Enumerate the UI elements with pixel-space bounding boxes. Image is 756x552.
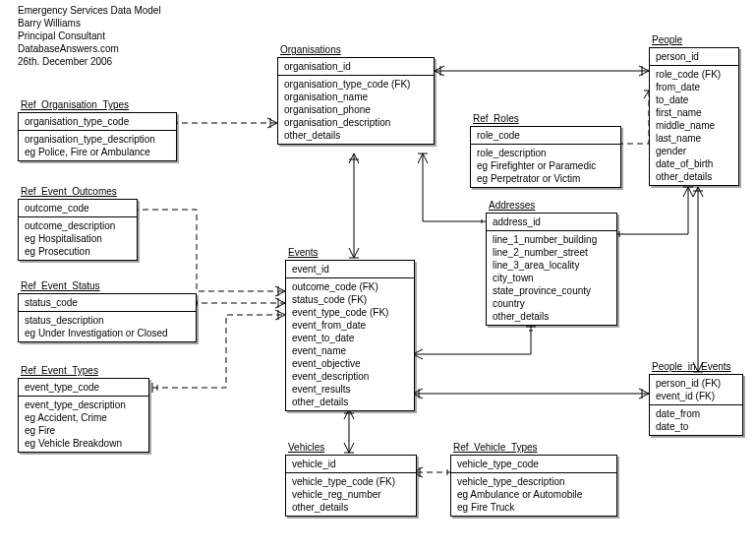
entity-events: Events event_id outcome_code (FK) status…: [285, 260, 415, 411]
diagram-title: Emergency Services Data Model: [18, 4, 161, 17]
diagram-header: Emergency Services Data Model Barry Will…: [18, 4, 161, 68]
diagram-role: Principal Consultant: [18, 30, 161, 42]
entity-title: Organisations: [280, 44, 341, 55]
entity-organisations: Organisations organisation_id organisati…: [277, 57, 435, 145]
entity-ref-event-types: Ref_Event_Types event_type_code event_ty…: [18, 378, 149, 453]
entity-ref-event-status: Ref_Event_Status status_code status_desc…: [18, 293, 197, 342]
entity-people-in-events: People_in_Events person_id (FK) event_id…: [649, 374, 743, 436]
entity-addresses: Addresses address_id line_1_number_build…: [486, 213, 617, 326]
entity-title: Ref_Roles: [473, 113, 519, 124]
diagram-author: Barry Williams: [18, 17, 161, 30]
entity-ref-vehicle-types: Ref_Vehicle_Types vehicle_type_code vehi…: [450, 455, 617, 517]
entity-people: People person_id role_code (FK) from_dat…: [649, 47, 739, 186]
diagram-site: DatabaseAnswers.com: [18, 42, 161, 55]
entity-ref-roles: Ref_Roles role_code role_description eg …: [470, 126, 621, 188]
entity-title: Events: [288, 247, 319, 258]
entity-title: Ref_Vehicle_Types: [453, 442, 538, 453]
entity-title: Ref_Organisation_Types: [21, 99, 129, 110]
entity-title: People: [652, 34, 682, 45]
entity-title: Ref_Event_Status: [21, 280, 100, 291]
entity-title: Vehicles: [288, 442, 324, 453]
entity-title: Addresses: [489, 200, 535, 211]
entity-title: Ref_Event_Outcomes: [21, 186, 117, 197]
entity-vehicles: Vehicles vehicle_id vehicle_type_code (F…: [285, 455, 417, 517]
entity-ref-organisation-types: Ref_Organisation_Types organisation_type…: [18, 112, 177, 161]
entity-ref-event-outcomes: Ref_Event_Outcomes outcome_code outcome_…: [18, 199, 138, 261]
diagram-date: 26th. December 2006: [18, 55, 161, 68]
entity-title: People_in_Events: [652, 361, 731, 372]
entity-title: Ref_Event_Types: [21, 365, 98, 376]
